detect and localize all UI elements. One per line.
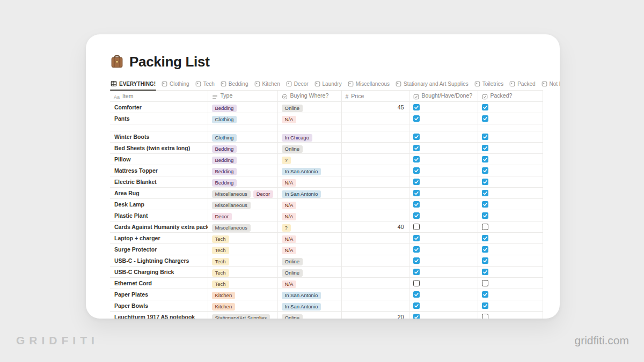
tab-decor[interactable]: Decor (286, 81, 309, 90)
buying-where-cell[interactable]: N/A (277, 233, 341, 244)
bought-checkbox-checked[interactable] (413, 115, 420, 122)
type-cell[interactable]: Stationary/Art Supplies (208, 312, 277, 319)
price-cell[interactable] (341, 278, 409, 289)
empty-cell[interactable] (277, 124, 341, 131)
bought-checkbox-checked[interactable] (413, 257, 420, 264)
item-cell[interactable]: Surge Protector (110, 244, 208, 255)
item-cell[interactable]: Area Rug (110, 188, 208, 199)
packed-checkbox-checked[interactable] (482, 201, 488, 208)
packed-checkbox-checked[interactable] (482, 156, 488, 162)
item-cell[interactable]: Desk Lamp (110, 199, 208, 210)
item-cell[interactable]: Pillow (110, 154, 208, 165)
buying-where-cell[interactable]: N/A (277, 244, 341, 255)
tab-packed[interactable]: Packed (509, 81, 536, 90)
packed-checkbox-checked[interactable] (482, 212, 488, 219)
packed-checkbox-checked[interactable] (482, 134, 488, 140)
buying-where-cell[interactable]: N/A (277, 113, 341, 124)
item-cell[interactable]: Laptop + charger (110, 233, 208, 244)
column-header-buying-where[interactable]: Buying Where? (277, 91, 341, 102)
price-cell[interactable] (341, 188, 409, 199)
type-cell[interactable]: Miscellaneous (208, 199, 277, 210)
price-cell[interactable] (341, 165, 409, 176)
tab-everything[interactable]: EVERYTHING! (110, 80, 156, 90)
buying-where-cell[interactable]: Online (277, 255, 341, 267)
bought-checkbox-unchecked[interactable] (413, 280, 420, 286)
item-cell[interactable]: USB-C Charging Brick (110, 267, 208, 278)
item-cell[interactable]: Pants (110, 113, 208, 124)
bought-checkbox-checked[interactable] (413, 167, 420, 174)
price-cell[interactable]: 45 (341, 102, 409, 113)
packed-checkbox-checked[interactable] (482, 257, 488, 264)
empty-cell[interactable] (341, 124, 409, 131)
type-cell[interactable]: Bedding (208, 165, 277, 176)
item-cell[interactable]: Bed Sheets (twin extra long) (110, 143, 208, 154)
packed-checkbox-checked[interactable] (482, 190, 488, 196)
column-header-item[interactable]: AaItem (110, 91, 208, 102)
price-cell[interactable] (341, 300, 409, 312)
tab-stationary-and-art-supplies[interactable]: Stationary and Art Supplies (395, 81, 469, 90)
tab-clothing[interactable]: Clothing (161, 81, 190, 90)
buying-where-cell[interactable]: In San Antonio (277, 188, 341, 199)
bought-checkbox-checked[interactable] (413, 201, 420, 208)
type-cell[interactable]: Decor (208, 210, 277, 221)
bought-checkbox-checked[interactable] (413, 134, 420, 140)
empty-cell[interactable] (409, 124, 478, 131)
packed-checkbox-checked[interactable] (482, 179, 488, 185)
price-cell[interactable] (341, 154, 409, 165)
empty-cell[interactable] (110, 124, 208, 131)
bought-checkbox-checked[interactable] (413, 235, 420, 241)
buying-where-cell[interactable]: In San Antonio (277, 300, 341, 312)
buying-where-cell[interactable]: In San Antonio (277, 165, 341, 176)
tab-tech[interactable]: Tech (195, 81, 215, 90)
tab-not-packed[interactable]: Not Packed (541, 81, 560, 90)
type-cell[interactable]: Bedding (208, 154, 277, 165)
price-cell[interactable]: 20 (341, 312, 409, 319)
buying-where-cell[interactable]: In Chicago (277, 131, 341, 143)
packed-checkbox-checked[interactable] (482, 291, 488, 298)
buying-where-cell[interactable]: N/A (277, 210, 341, 221)
price-cell[interactable] (341, 289, 409, 300)
price-cell[interactable] (341, 143, 409, 154)
item-cell[interactable]: Comforter (110, 102, 208, 113)
type-cell[interactable]: Tech (208, 267, 277, 278)
price-cell[interactable] (341, 244, 409, 255)
price-cell[interactable] (341, 113, 409, 124)
item-cell[interactable]: Paper Plates (110, 289, 208, 300)
bought-checkbox-checked[interactable] (413, 302, 420, 309)
price-cell[interactable] (341, 199, 409, 210)
type-cell[interactable]: Miscellaneous (208, 221, 277, 233)
packed-checkbox-checked[interactable] (482, 104, 488, 110)
buying-where-cell[interactable]: ? (277, 154, 341, 165)
column-header-type[interactable]: Type (208, 91, 277, 102)
bought-checkbox-checked[interactable] (413, 190, 420, 196)
buying-where-cell[interactable]: N/A (277, 176, 341, 188)
buying-where-cell[interactable]: N/A (277, 199, 341, 210)
empty-cell[interactable] (478, 124, 543, 131)
item-cell[interactable]: Plastic Plant (110, 210, 208, 221)
tab-toiletries[interactable]: Toiletries (474, 81, 504, 90)
item-cell[interactable]: Paper Bowls (110, 300, 208, 312)
item-cell[interactable]: Mattress Topper (110, 165, 208, 176)
packed-checkbox-checked[interactable] (482, 269, 488, 275)
price-cell[interactable] (341, 131, 409, 143)
packed-checkbox-checked[interactable] (482, 145, 488, 151)
type-cell[interactable]: Clothing (208, 113, 277, 124)
type-cell[interactable]: Tech (208, 244, 277, 255)
buying-where-cell[interactable]: ? (277, 221, 341, 233)
bought-checkbox-checked[interactable] (413, 269, 420, 275)
buying-where-cell[interactable]: In San Antonio (277, 289, 341, 300)
type-cell[interactable]: Clothing (208, 131, 277, 143)
packed-checkbox-checked[interactable] (482, 302, 488, 309)
bought-checkbox-unchecked[interactable] (413, 224, 420, 230)
price-cell[interactable] (341, 267, 409, 278)
bought-checkbox-checked[interactable] (413, 156, 420, 162)
price-cell[interactable] (341, 176, 409, 188)
tab-laundry[interactable]: Laundry (314, 81, 342, 90)
tab-kitchen[interactable]: Kitchen (254, 81, 281, 90)
buying-where-cell[interactable]: Online (277, 143, 341, 154)
type-cell[interactable]: Tech (208, 278, 277, 289)
price-cell[interactable] (341, 255, 409, 267)
packed-checkbox-checked[interactable] (482, 115, 488, 122)
type-cell[interactable]: Kitchen (208, 300, 277, 312)
bought-checkbox-checked[interactable] (413, 104, 420, 110)
